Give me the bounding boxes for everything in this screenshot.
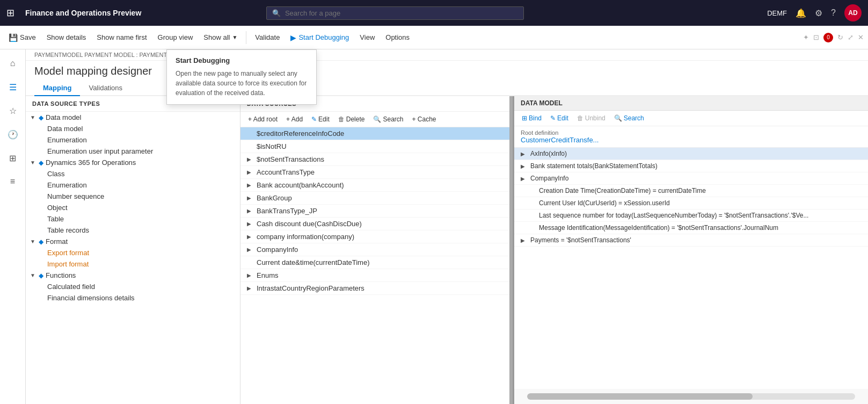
tab-validations[interactable]: Validations: [80, 80, 131, 96]
trash-icon: 🗑: [338, 116, 345, 123]
search-button[interactable]: 🔍 Search: [611, 113, 647, 124]
data-model-tree: ▶ AxInfo(xInfo) ▶ Bank statement totals(…: [514, 148, 868, 389]
group-view-button[interactable]: Group view: [154, 31, 198, 44]
avatar[interactable]: AD: [844, 4, 862, 21]
show-all-button[interactable]: Show all ▼: [199, 31, 242, 44]
tree-item-enumeration[interactable]: Enumeration: [26, 134, 240, 146]
cache-button[interactable]: + Cache: [409, 114, 439, 125]
grid-icon[interactable]: ⊞: [6, 7, 14, 19]
scrollbar-thumb[interactable]: [527, 393, 753, 400]
tree-item-import-format[interactable]: Import format: [26, 258, 240, 270]
expand-icon[interactable]: ⤢: [848, 33, 854, 41]
ds-item-banktranstype[interactable]: ▶ BankTransType_JP: [240, 205, 513, 218]
options-button[interactable]: Options: [381, 31, 414, 44]
search-icon: 🔍: [272, 9, 281, 17]
add-button[interactable]: + Add: [283, 114, 306, 125]
debugging-tooltip: Start Debugging Open the new page to man…: [166, 49, 317, 105]
model-item-payments[interactable]: ▶ Payments = '$notSentTransactions': [514, 234, 868, 247]
tree-item-label: Export format: [47, 249, 89, 257]
settings-icon[interactable]: ⚙: [815, 8, 822, 18]
tree-item-functions-group[interactable]: ▼ ◆ Functions: [26, 270, 240, 281]
tree-item-number-sequence[interactable]: Number sequence: [26, 191, 240, 202]
ds-item-company-info[interactable]: ▶ company information(company): [240, 230, 513, 243]
ds-item-not-sent-transactions[interactable]: ▶ $notSentTransactions: [240, 153, 513, 166]
tree-item-class[interactable]: Class: [26, 168, 240, 179]
ds-item-intrastat[interactable]: ▶ IntrastatCountryRegionParameters: [240, 282, 513, 295]
show-details-button[interactable]: Show details: [42, 31, 91, 44]
start-debugging-button[interactable]: ▶ Start Debugging: [286, 31, 353, 44]
ds-item-account-trans-type[interactable]: ▶ AccountTransType: [240, 166, 513, 179]
ds-item-companyinfo[interactable]: ▶ CompanyInfo: [240, 243, 513, 256]
star-icon[interactable]: ✦: [803, 33, 809, 41]
root-def-value: CustomerCreditTransfe...: [521, 136, 599, 144]
ds-item-bankgroup[interactable]: ▶ BankGroup: [240, 192, 513, 205]
nav-home-icon[interactable]: ⌂: [3, 54, 23, 73]
nav-list-icon[interactable]: ≡: [3, 172, 23, 191]
edit-button[interactable]: ✎ Edit: [547, 113, 572, 124]
nav-filter-icon[interactable]: ☰: [3, 77, 23, 97]
bind-button[interactable]: ⊞ Bind: [519, 113, 545, 124]
tree-item-enumeration2[interactable]: Enumeration: [26, 179, 240, 191]
delete-button[interactable]: 🗑 Delete: [335, 114, 368, 125]
tree-item-data-model-group[interactable]: ▼ ◆ Data model: [26, 112, 240, 123]
edit-button[interactable]: ✎ Edit: [308, 114, 333, 125]
user-name: DEMF: [767, 9, 787, 17]
tree-item-label: Enumeration user input parameter: [47, 147, 153, 155]
model-item-message-id[interactable]: Message Identification(MessageIdentifica…: [514, 222, 868, 234]
unbind-button[interactable]: 🗑 Unbind: [574, 113, 609, 124]
view-button[interactable]: View: [355, 31, 379, 44]
nav-star-icon[interactable]: ☆: [3, 101, 23, 120]
ds-item-bank-account[interactable]: ▶ Bank account(bankAccount): [240, 179, 513, 192]
search-button[interactable]: 🔍 Search: [370, 114, 406, 125]
tree-item-format-group[interactable]: ▼ ◆ Format: [26, 236, 240, 247]
model-item-current-user-id[interactable]: Current User Id(CurUserId) = xSession.us…: [514, 197, 868, 210]
model-item-companyinfo[interactable]: ▶ CompanyInfo: [514, 172, 868, 185]
nav-grid-icon[interactable]: ⊞: [3, 148, 23, 168]
tree-item-label: Format: [46, 237, 68, 246]
global-search-bar[interactable]: 🔍: [266, 6, 524, 20]
add-root-button[interactable]: + Add root: [245, 114, 281, 125]
search-icon: 🔍: [614, 114, 622, 122]
model-item-last-sequence[interactable]: Last sequence number for today(LastSeque…: [514, 210, 868, 222]
tree-item-calculated-field[interactable]: Calculated field: [26, 281, 240, 292]
ds-item-enums[interactable]: ▶ Enums: [240, 269, 513, 282]
model-item-creation-datetime[interactable]: Creation Date Time(CreationDateTime) = c…: [514, 185, 868, 197]
validate-button[interactable]: Validate: [251, 31, 284, 44]
horizontal-scrollbar[interactable]: [527, 393, 855, 400]
tree-item-table-records[interactable]: Table records: [26, 225, 240, 236]
close-icon[interactable]: ✕: [858, 33, 864, 41]
edit-icon: ✎: [311, 116, 317, 123]
show-name-first-button[interactable]: Show name first: [92, 31, 151, 44]
tree-item-data-model[interactable]: Data model: [26, 123, 240, 134]
tree-item-dynamics365-group[interactable]: ▼ ◆ Dynamics 365 for Operations: [26, 157, 240, 168]
model-item-bank-statement[interactable]: ▶ Bank statement totals(BankStatementTot…: [514, 160, 868, 172]
right-panel-header: DATA MODEL: [514, 96, 868, 111]
nav-sidebar: ⌂ ☰ ☆ 🕐 ⊞ ≡: [0, 49, 26, 404]
tree-item-table[interactable]: Table: [26, 213, 240, 225]
refresh-icon[interactable]: ↻: [837, 33, 843, 41]
notification-icon[interactable]: 🔔: [796, 8, 806, 18]
tooltip-title: Start Debugging: [176, 56, 308, 64]
tab-mapping[interactable]: Mapping: [34, 80, 80, 96]
left-panel: DATA SOURCE TYPES ▼ ◆ Data model Data mo…: [26, 96, 240, 404]
save-button[interactable]: 💾 Save: [4, 31, 40, 44]
tree-item-export-format[interactable]: Export format: [26, 247, 240, 258]
ds-item-isnotru[interactable]: $isNotRU: [240, 140, 513, 153]
root-definition: Root definition CustomerCreditTransfe...: [514, 126, 868, 148]
nav-recent-icon[interactable]: 🕐: [3, 125, 23, 144]
panel-resize-handle[interactable]: [509, 96, 513, 404]
ds-item-cash-discount[interactable]: ▶ Cash discount due(CashDiscDue): [240, 218, 513, 230]
tree-item-fin-dim-details[interactable]: Financial dimensions details: [26, 292, 240, 304]
unbind-icon: 🗑: [577, 114, 583, 122]
tree-item-object[interactable]: Object: [26, 202, 240, 213]
ds-item-creditor[interactable]: $creditorReferenceInfoCode: [240, 127, 513, 140]
model-item-axinfo[interactable]: ▶ AxInfo(xInfo): [514, 148, 868, 160]
split-icon[interactable]: ⊡: [813, 33, 819, 41]
page-content: PAYMENTMODEL PAYMENT MODEL : PAYMENT MOD…: [26, 49, 868, 404]
ds-item-current-datetime[interactable]: Current date&time(currentDateTime): [240, 256, 513, 269]
folder-icon: ◆: [39, 238, 43, 246]
help-icon[interactable]: ?: [831, 8, 836, 18]
tree-item-label: Data model: [47, 125, 83, 133]
global-search-input[interactable]: [285, 9, 518, 17]
tree-item-enum-user-input[interactable]: Enumeration user input parameter: [26, 146, 240, 157]
